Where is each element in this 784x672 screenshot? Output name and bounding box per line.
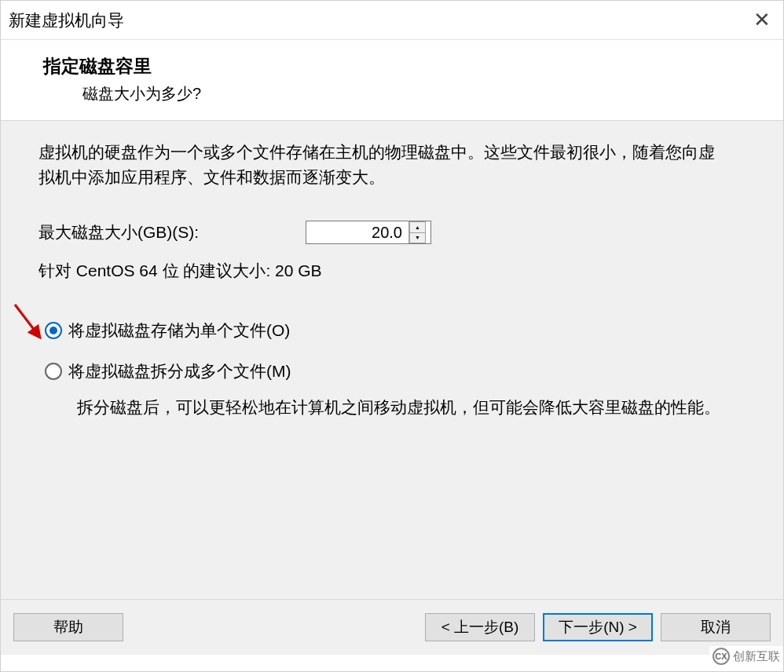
intro-text: 虚拟机的硬盘作为一个或多个文件存储在主机的物理磁盘中。这些文件最初很小，随着您向… [38,140,730,189]
watermark: CX 创新互联 [709,646,783,667]
cancel-button[interactable]: 取消 [661,613,771,641]
radio-split-files-label: 将虚拟磁盘拆分成多个文件(M) [68,360,291,382]
spinner-down-icon[interactable]: ▼ [409,232,426,244]
help-button[interactable]: 帮助 [13,613,123,641]
back-button[interactable]: < 上一步(B) [425,613,535,641]
annotation-arrow-icon [12,301,46,345]
radio-single-file-label: 将虚拟磁盘存储为单个文件(O) [68,320,290,341]
watermark-logo-icon: CX [713,648,730,665]
disk-storage-radio-group: 将虚拟磁盘存储为单个文件(O) 将虚拟磁盘拆分成多个文件(M) 拆分磁盘后，可以… [38,320,746,420]
disk-size-row: 最大磁盘大小(GB)(S): ▲ ▼ [38,221,746,244]
disk-size-input[interactable] [306,221,408,243]
disk-size-spinner[interactable]: ▲ ▼ [306,221,431,244]
radio-split-files-desc: 拆分磁盘后，可以更轻松地在计算机之间移动虚拟机，但可能会降低大容里磁盘的性能。 [77,395,745,420]
next-button[interactable]: 下一步(N) > [543,613,653,641]
watermark-text: 创新互联 [733,649,780,664]
close-icon[interactable]: ✕ [749,8,775,32]
radio-split-files[interactable]: 将虚拟磁盘拆分成多个文件(M) [45,360,746,382]
page-heading: 指定磁盘容里 [43,54,741,79]
page-subtitle: 磁盘大小为多少? [82,83,741,104]
titlebar: 新建虚拟机向导 ✕ [1,1,783,40]
radio-selected-icon [45,322,62,339]
radio-unselected-icon [45,363,62,380]
wizard-header: 指定磁盘容里 磁盘大小为多少? [1,40,783,121]
spinner-up-icon[interactable]: ▲ [409,221,426,232]
recommended-size-text: 针对 CentOS 64 位 的建议大小: 20 GB [38,260,746,282]
wizard-footer: 帮助 < 上一步(B) 下一步(N) > 取消 [1,600,783,655]
window-title: 新建虚拟机向导 [9,9,124,31]
disk-size-label: 最大磁盘大小(GB)(S): [38,221,306,243]
wizard-body: 虚拟机的硬盘作为一个或多个文件存储在主机的物理磁盘中。这些文件最初很小，随着您向… [1,121,783,600]
radio-single-file[interactable]: 将虚拟磁盘存储为单个文件(O) [45,320,746,341]
svg-line-0 [15,305,40,338]
